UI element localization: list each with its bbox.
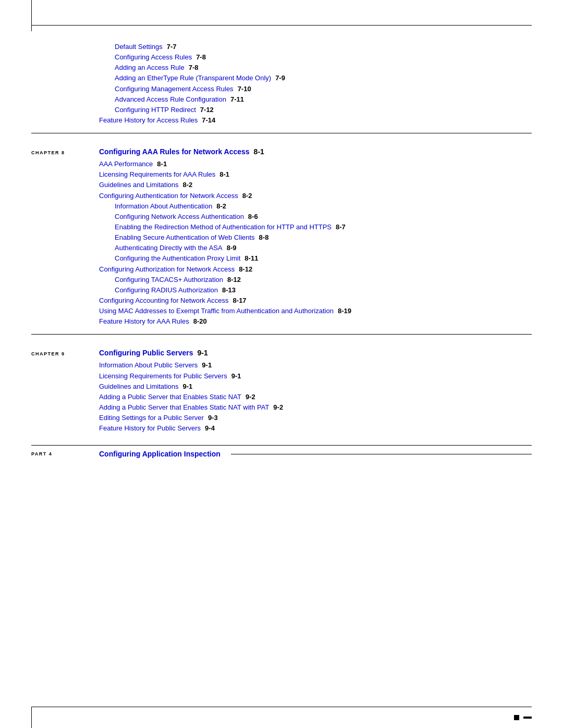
toc-entry-num: 8-7: [336, 222, 346, 232]
toc-entry-num: 8-17: [233, 295, 247, 306]
toc-entry-label: Configuring Management Access Rules: [115, 84, 234, 94]
toc-entry-label: Guidelines and Limitations: [99, 180, 178, 190]
toc-entry[interactable]: Using MAC Addresses to Exempt Traffic fr…: [99, 306, 532, 316]
toc-entry-num: 9-2: [246, 392, 255, 402]
toc-entry-num: 7-11: [230, 94, 244, 105]
toc-entry-label: Configuring Accounting for Network Acces…: [99, 295, 229, 306]
toc-entry[interactable]: Guidelines and Limitations9-1: [99, 381, 532, 392]
chapter-separator: [31, 133, 532, 133]
toc-entry-label: Using MAC Addresses to Exempt Traffic fr…: [99, 306, 334, 316]
toc-entry[interactable]: Configuring Authorization for Network Ac…: [99, 264, 532, 275]
toc-entry[interactable]: Configuring HTTP Redirect7-12: [99, 105, 532, 115]
toc-entry-label: Licensing Requirements for AAA Rules: [99, 169, 215, 180]
toc-entry[interactable]: Adding an EtherType Rule (Transparent Mo…: [99, 73, 532, 83]
toc-entry-num: 9-3: [208, 413, 218, 423]
toc-entry-label: Information About Authentication: [115, 201, 212, 212]
toc-entry[interactable]: Configuring the Authentication Proxy Lim…: [99, 253, 532, 264]
toc-entry-label: Adding a Public Server that Enables Stat…: [99, 392, 241, 402]
toc-entry-label: Configuring RADIUS Authorization: [115, 285, 218, 295]
toc-entry-num: 8-1: [157, 159, 167, 169]
toc-entry[interactable]: AAA Performance8-1: [99, 159, 532, 169]
toc-entry[interactable]: Information About Public Servers9-1: [99, 360, 532, 371]
toc-entry[interactable]: Advanced Access Rule Configuration7-11: [99, 94, 532, 105]
initial-entries-block: Default Settings7-7Configuring Access Ru…: [99, 42, 532, 126]
toc-entry[interactable]: Configuring Access Rules7-8: [99, 52, 532, 63]
toc-entry-label: Advanced Access Rule Configuration: [115, 94, 226, 105]
toc-entry-label: Configuring HTTP Redirect: [115, 105, 196, 115]
footer-right: [514, 715, 532, 720]
toc-entry-num: 9-1: [231, 371, 241, 381]
toc-entry-label: Information About Public Servers: [99, 360, 198, 371]
top-border-line: [31, 25, 532, 26]
top-left-border: [31, 0, 32, 31]
toc-entry[interactable]: Licensing Requirements for Public Server…: [99, 371, 532, 381]
toc-entry[interactable]: Configuring Network Access Authenticatio…: [99, 212, 532, 222]
toc-entry-num: 8-2: [182, 180, 192, 190]
toc-entry-num: 7-8: [196, 52, 206, 63]
part-section: PART 4Configuring Application Inspection: [31, 445, 532, 458]
toc-entry-label: Default Settings: [115, 42, 163, 52]
toc-entry-label: Guidelines and Limitations: [99, 381, 178, 392]
toc-entry[interactable]: Enabling the Redirection Method of Authe…: [99, 222, 532, 232]
chapter-title[interactable]: Configuring Public Servers: [99, 349, 193, 357]
chapter-separator: [31, 334, 532, 335]
toc-entry-num: 7-14: [202, 115, 215, 126]
toc-entry[interactable]: Adding a Public Server that Enables Stat…: [99, 392, 532, 402]
footer-page-number: [523, 717, 532, 719]
toc-entry-num: 8-19: [338, 306, 351, 316]
toc-entry[interactable]: Information About Authentication8-2: [99, 201, 532, 212]
chapter-num: 9-1: [197, 349, 207, 357]
chapter-label: CHAPTER 9: [31, 350, 99, 356]
toc-entry-label: AAA Performance: [99, 159, 153, 169]
toc-entry-num: 7-9: [275, 73, 285, 83]
toc-entry[interactable]: Configuring Authentication for Network A…: [99, 191, 532, 201]
toc-entry-label: Licensing Requirements for Public Server…: [99, 371, 227, 381]
toc-entry[interactable]: Guidelines and Limitations8-2: [99, 180, 532, 190]
toc-entry-num: 8-8: [259, 232, 269, 243]
toc-entry-num: 7-10: [238, 84, 251, 94]
toc-entry-label: Configuring Authentication for Network A…: [99, 191, 238, 201]
toc-entry[interactable]: Adding a Public Server that Enables Stat…: [99, 402, 532, 413]
toc-entry-num: 8-2: [216, 201, 226, 212]
toc-entry[interactable]: Configuring TACACS+ Authorization8-12: [99, 275, 532, 285]
toc-entry-label: Enabling the Redirection Method of Authe…: [115, 222, 332, 232]
main-content: Default Settings7-7Configuring Access Ru…: [31, 31, 532, 707]
toc-entry-num: 8-6: [248, 212, 258, 222]
toc-entry-num: 8-9: [227, 243, 237, 253]
toc-entry[interactable]: Enabling Secure Authentication of Web Cl…: [99, 232, 532, 243]
chapter-section: CHAPTER 8Configuring AAA Rules for Netwo…: [31, 133, 532, 327]
toc-entry[interactable]: Feature History for Public Servers9-4: [99, 423, 532, 434]
toc-entry-num: 8-11: [244, 253, 258, 264]
toc-entry-label: Adding an EtherType Rule (Transparent Mo…: [115, 73, 271, 83]
toc-entry[interactable]: Configuring Management Access Rules7-10: [99, 84, 532, 94]
toc-entry-label: Feature History for Access Rules: [99, 115, 198, 126]
toc-entry[interactable]: Default Settings7-7: [99, 42, 532, 52]
part-title[interactable]: Configuring Application Inspection: [99, 450, 221, 458]
toc-entry-label: Configuring Network Access Authenticatio…: [115, 212, 244, 222]
chapter-num: 8-1: [254, 147, 264, 156]
toc-entry[interactable]: Authenticating Directly with the ASA8-9: [99, 243, 532, 253]
footer: [31, 707, 532, 728]
toc-entry[interactable]: Configuring Accounting for Network Acces…: [99, 295, 532, 306]
toc-entry[interactable]: Configuring RADIUS Authorization8-13: [99, 285, 532, 295]
toc-entry-num: 9-2: [273, 402, 283, 413]
chapters-container: CHAPTER 8Configuring AAA Rules for Netwo…: [31, 133, 532, 434]
page: Default Settings7-7Configuring Access Ru…: [0, 0, 563, 728]
chapter-label: CHAPTER 8: [31, 149, 99, 155]
toc-entry-num: 9-1: [182, 381, 192, 392]
chapter-header-row: CHAPTER 8Configuring AAA Rules for Netwo…: [31, 147, 532, 156]
chapter-title[interactable]: Configuring AAA Rules for Network Access: [99, 147, 250, 156]
toc-entry[interactable]: Adding an Access Rule7-8: [99, 63, 532, 73]
toc-entry[interactable]: Editing Settings for a Public Server9-3: [99, 413, 532, 423]
toc-entry-num: 8-12: [227, 275, 241, 285]
toc-entry[interactable]: Feature History for Access Rules7-14: [99, 115, 532, 126]
toc-entry-label: Configuring Access Rules: [115, 52, 192, 63]
chapter-entries: Information About Public Servers9-1Licen…: [99, 360, 532, 434]
toc-entry[interactable]: Licensing Requirements for AAA Rules8-1: [99, 169, 532, 180]
toc-entry-label: Feature History for Public Servers: [99, 423, 201, 434]
part-divider: [231, 454, 532, 454]
toc-entry[interactable]: Feature History for AAA Rules8-20: [99, 316, 532, 327]
toc-entry-num: 9-4: [205, 423, 215, 434]
toc-entry-num: 8-12: [239, 264, 252, 275]
toc-entry-label: Authenticating Directly with the ASA: [115, 243, 223, 253]
